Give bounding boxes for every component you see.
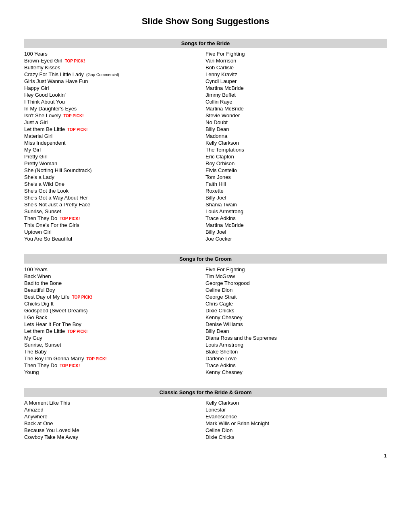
song-title-text: Beautiful Boy bbox=[24, 287, 55, 293]
song-artist: George Strait bbox=[206, 294, 387, 300]
top-pick-badge: TOP PICK! bbox=[60, 364, 80, 368]
song-title: In My Daughter's Eyes bbox=[24, 106, 206, 112]
song-title-text: Then They Do bbox=[24, 362, 57, 368]
table-row: Bad to the BoneGeorge Thorogood bbox=[24, 280, 387, 287]
top-pick-badge: TOP PICK! bbox=[65, 59, 85, 63]
song-title: Butterfly Kisses bbox=[24, 64, 206, 71]
song-title-text: She's a Wild One bbox=[24, 181, 64, 187]
song-title: Uptown Girl bbox=[24, 229, 206, 235]
song-title-text: A Moment Like This bbox=[24, 400, 70, 406]
song-artist: Celine Dion bbox=[206, 427, 387, 433]
song-artist: Roxette bbox=[206, 188, 387, 194]
table-row: She's a Wild OneFaith Hill bbox=[24, 181, 387, 187]
song-title: Miss Independent bbox=[24, 140, 206, 146]
song-title-text: Cowboy Take Me Away bbox=[24, 434, 78, 440]
song-artist: Five For Fighting bbox=[206, 266, 387, 272]
song-title-text: I Think About You bbox=[24, 99, 65, 105]
song-note: (Gap Commercial) bbox=[86, 73, 119, 77]
song-title-text: Godspeed (Sweet Dreams) bbox=[24, 308, 88, 314]
song-title: Happy Girl bbox=[24, 85, 206, 91]
top-pick-badge: TOP PICK! bbox=[63, 114, 83, 118]
song-title: Material Girl bbox=[24, 133, 206, 139]
table-row: YoungKenny Chesney bbox=[24, 369, 387, 376]
song-title-text: Crazy For This Little Lady bbox=[24, 71, 84, 77]
song-artist: Billy Joel bbox=[206, 195, 387, 201]
song-title-text: Happy Girl bbox=[24, 85, 49, 91]
song-title-text: Chicks Dig It bbox=[24, 301, 54, 307]
song-title-text: 100 Years bbox=[24, 266, 48, 272]
song-title-text: Pretty Woman bbox=[24, 160, 57, 166]
song-title-text: Back at One bbox=[24, 420, 53, 426]
song-artist: Jimmy Buffet bbox=[206, 92, 387, 98]
song-title: Let them Be LittleTOP PICK! bbox=[24, 328, 206, 334]
song-title: She's Got a Way About Her bbox=[24, 195, 206, 201]
song-title-text: Hey Good Lookin' bbox=[24, 92, 66, 98]
song-artist: Evanescence bbox=[206, 414, 387, 420]
song-artist: Tim McGraw bbox=[206, 273, 387, 279]
table-row: Butterfly KissesBob Carlisle bbox=[24, 64, 387, 71]
song-artist: Roy Orbison bbox=[206, 160, 387, 166]
song-title: Then They DoTOP PICK! bbox=[24, 362, 206, 368]
song-title-text: In My Daughter's Eyes bbox=[24, 106, 77, 112]
song-artist: Bob Carlisle bbox=[206, 64, 387, 71]
song-artist: Martina McBride bbox=[206, 222, 387, 228]
table-row: This One's For the GirlsMartina McBride bbox=[24, 222, 387, 229]
song-title-text: Uptown Girl bbox=[24, 229, 52, 235]
song-title: Girls Just Wanna Have Fun bbox=[24, 78, 206, 84]
song-artist: Mark Wills or Brian Mcnight bbox=[206, 420, 387, 426]
song-artist: Martina McBride bbox=[206, 106, 387, 112]
page-number: 1 bbox=[384, 453, 387, 459]
section-classic: Classic Songs for the Bride & GroomA Mom… bbox=[24, 388, 387, 441]
table-row: Uptown GirlBilly Joel bbox=[24, 229, 387, 235]
song-title-text: Best Day of My Life bbox=[24, 294, 70, 300]
song-title-text: Let them Be Little bbox=[24, 328, 65, 334]
table-row: Miss IndependentKelly Clarkson bbox=[24, 139, 387, 146]
table-row: Beautiful BoyCeline Dion bbox=[24, 287, 387, 293]
table-row: Material GirlMadonna bbox=[24, 133, 387, 139]
song-artist: Lenny Kravitz bbox=[206, 71, 387, 77]
song-title-text: Sunrise, Sunset bbox=[24, 342, 61, 348]
song-artist: Lonestar bbox=[206, 407, 387, 413]
song-title: Back When bbox=[24, 273, 206, 279]
song-artist: Tom Jones bbox=[206, 174, 387, 180]
table-row: Let them Be LittleTOP PICK!Billy Dean bbox=[24, 126, 387, 133]
song-title: She's a Wild One bbox=[24, 181, 206, 187]
table-row: She (Notting Hill Soundtrack)Elvis Coste… bbox=[24, 167, 387, 174]
song-title-text: She (Notting Hill Soundtrack) bbox=[24, 167, 92, 173]
table-row: Chicks Dig ItChris Cagle bbox=[24, 300, 387, 307]
top-pick-badge: TOP PICK! bbox=[67, 329, 87, 334]
song-title-text: 100 Years bbox=[24, 51, 48, 57]
song-title-text: Girls Just Wanna Have Fun bbox=[24, 78, 88, 84]
song-artist: Kenny Chesney bbox=[206, 369, 387, 375]
song-title: Just a Girl bbox=[24, 119, 206, 125]
table-row: Back at OneMark Wills or Brian Mcnight bbox=[24, 420, 387, 427]
song-artist: Joe Cocker bbox=[206, 236, 387, 242]
song-title: This One's For the Girls bbox=[24, 222, 206, 228]
song-artist: Trace Adkins bbox=[206, 215, 387, 221]
song-artist: Kelly Clarkson bbox=[206, 140, 387, 146]
table-row: Godspeed (Sweet Dreams)Dixie Chicks bbox=[24, 307, 387, 314]
song-title-text: Just a Girl bbox=[24, 119, 48, 125]
table-row: My GuyDiana Ross and the Supremes bbox=[24, 335, 387, 341]
song-title: Because You Loved Me bbox=[24, 427, 206, 433]
song-title: Sunrise, Sunset bbox=[24, 342, 206, 348]
song-title: The Baby bbox=[24, 349, 206, 355]
song-title: Chicks Dig It bbox=[24, 301, 206, 307]
song-title: I Think About You bbox=[24, 99, 206, 105]
song-title-text: I Go Back bbox=[24, 314, 47, 320]
song-title-text: Let them Be Little bbox=[24, 126, 65, 132]
song-artist: Denise Williams bbox=[206, 321, 387, 327]
song-artist: Stevie Wonder bbox=[206, 112, 387, 118]
song-title: 100 Years bbox=[24, 51, 206, 57]
song-artist: The Temptations bbox=[206, 147, 387, 153]
song-artist: Faith Hill bbox=[206, 181, 387, 187]
song-title-text: Sunrise, Sunset bbox=[24, 208, 61, 214]
song-artist: Shania Twain bbox=[206, 202, 387, 208]
section-header-bride: Songs for the Bride bbox=[24, 39, 387, 48]
song-artist: Louis Armstrong bbox=[206, 208, 387, 214]
song-artist: Collin Raye bbox=[206, 99, 387, 105]
table-row: You Are So BeautifulJoe Cocker bbox=[24, 235, 387, 242]
table-row: Pretty WomanRoy Orbison bbox=[24, 160, 387, 167]
table-row: Sunrise, SunsetLouis Armstrong bbox=[24, 208, 387, 215]
song-title: Hey Good Lookin' bbox=[24, 92, 206, 98]
